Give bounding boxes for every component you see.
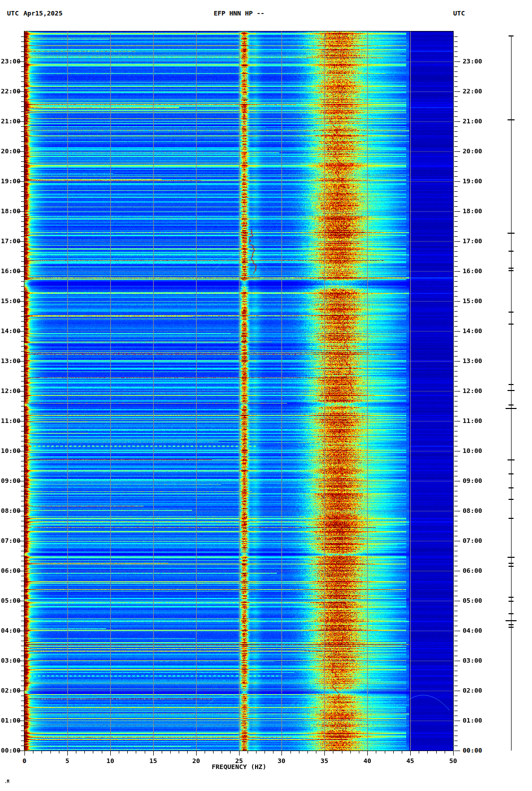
time-label-right: 21:00 — [463, 118, 488, 125]
time-label-left: 19:00 — [0, 178, 20, 185]
time-label-right: 11:00 — [463, 417, 488, 424]
time-label-right: 04:00 — [463, 627, 488, 634]
time-label-left: 22:00 — [0, 88, 20, 95]
frequency-tick-label: 15 — [145, 757, 162, 765]
time-label-right: 06:00 — [463, 567, 488, 574]
frequency-tick-label: 45 — [402, 757, 419, 765]
time-label-left: 15:00 — [0, 298, 20, 305]
time-label-left: 18:00 — [0, 208, 20, 215]
frequency-axis-label: FREQUENCY (HZ) — [184, 763, 294, 771]
time-label-right: 12:00 — [463, 388, 488, 395]
frequency-tick-label: 0 — [16, 757, 33, 765]
station-title: EFP HNN HP -- — [184, 9, 294, 17]
time-label-left: 21:00 — [0, 118, 20, 125]
time-label-right: 18:00 — [463, 208, 488, 215]
time-label-left: 03:00 — [0, 657, 20, 664]
frequency-tick-label: 10 — [102, 757, 119, 765]
time-label-left: 11:00 — [0, 417, 20, 424]
time-label-left: 04:00 — [0, 627, 20, 634]
spectrogram-page: UTC Apr15,2025 EFP HNN HP -- UTC 00:0001… — [0, 0, 532, 791]
time-label-right: 15:00 — [463, 298, 488, 305]
time-label-left: 00:00 — [0, 747, 20, 754]
time-label-right: 00:00 — [463, 747, 488, 754]
date-label: Apr15,2025 — [23, 9, 62, 17]
time-label-left: 07:00 — [0, 537, 20, 544]
time-label-right: 01:00 — [463, 717, 488, 724]
time-label-right: 05:00 — [463, 597, 488, 604]
time-label-left: 10:00 — [0, 447, 20, 454]
time-label-right: 23:00 — [463, 58, 488, 65]
time-label-right: 14:00 — [463, 328, 488, 335]
time-label-right: 16:00 — [463, 268, 488, 275]
time-label-right: 19:00 — [463, 178, 488, 185]
time-label-left: 02:00 — [0, 687, 20, 694]
time-label-right: 03:00 — [463, 657, 488, 664]
frequency-tick-label: 40 — [359, 757, 376, 765]
timezone-label-left: UTC — [7, 9, 18, 17]
time-label-left: 16:00 — [0, 268, 20, 275]
time-label-left: 23:00 — [0, 58, 20, 65]
time-label-right: 22:00 — [463, 88, 488, 95]
frequency-tick-label: 5 — [59, 757, 76, 765]
time-label-left: 13:00 — [0, 358, 20, 365]
time-label-right: 13:00 — [463, 358, 488, 365]
time-label-right: 07:00 — [463, 537, 488, 544]
time-label-right: 08:00 — [463, 507, 488, 514]
time-label-left: 08:00 — [0, 507, 20, 514]
footer-mark: .M — [4, 780, 9, 784]
time-label-left: 05:00 — [0, 597, 20, 604]
time-label-left: 20:00 — [0, 148, 20, 155]
time-label-left: 01:00 — [0, 717, 20, 724]
frequency-tick-label: 35 — [316, 757, 333, 765]
time-label-left: 09:00 — [0, 477, 20, 484]
time-label-right: 17:00 — [463, 238, 488, 245]
timezone-label-right: UTC — [453, 9, 465, 17]
frequency-tick-label: 50 — [445, 757, 462, 765]
time-label-left: 14:00 — [0, 328, 20, 335]
time-label-right: 20:00 — [463, 148, 488, 155]
time-label-right: 02:00 — [463, 687, 488, 694]
time-label-right: 09:00 — [463, 477, 488, 484]
time-label-left: 12:00 — [0, 388, 20, 395]
time-label-left: 17:00 — [0, 238, 20, 245]
spectrogram-heatmap — [24, 31, 453, 751]
time-label-left: 06:00 — [0, 567, 20, 574]
time-label-right: 10:00 — [463, 447, 488, 454]
